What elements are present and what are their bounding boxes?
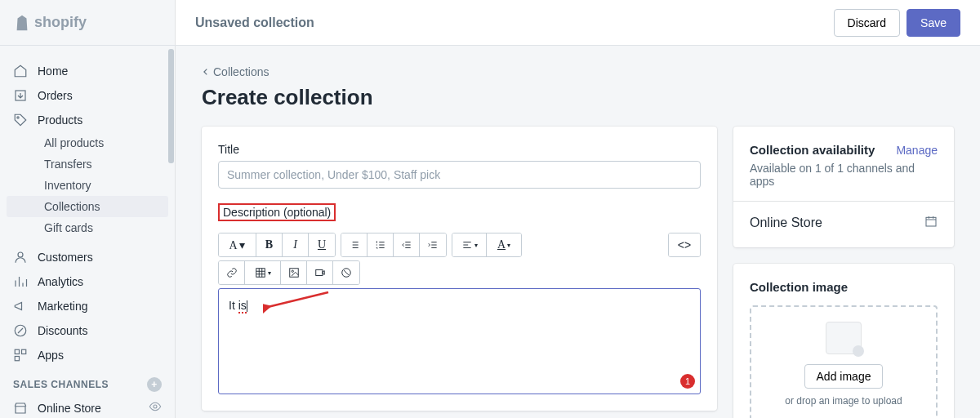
description-editor[interactable]: It is 1 — [218, 288, 701, 394]
nav-label: Products — [38, 113, 82, 127]
subnav-gift-cards[interactable]: Gift cards — [7, 217, 168, 238]
nav-orders[interactable]: Orders — [0, 83, 175, 108]
page-status-title: Unsaved collection — [195, 16, 314, 30]
svg-point-10 — [292, 270, 293, 272]
nav-label: Customers — [38, 251, 93, 264]
logo-area: shopify — [0, 0, 176, 45]
title-label: Title — [218, 143, 701, 156]
marketing-icon — [13, 299, 28, 314]
topbar-actions: Discard Save — [834, 9, 960, 37]
rte-toolbar: A ▾ B I U ▾ A ▾ — [218, 233, 701, 285]
indent-button[interactable] — [420, 233, 446, 256]
outdent-button[interactable] — [394, 233, 420, 256]
shopify-logo[interactable]: shopify — [13, 13, 87, 33]
add-image-button[interactable]: Add image — [804, 364, 884, 389]
content-row: Title Description (optional) A ▾ B I U — [202, 127, 954, 418]
image-card: Collection image Add image or drop an im… — [733, 264, 954, 418]
nav-analytics[interactable]: Analytics — [0, 269, 175, 294]
apps-icon — [13, 348, 28, 362]
editor-text-pre: It — [229, 299, 238, 312]
divider — [733, 201, 954, 202]
analytics-icon — [13, 274, 28, 289]
main-content: Collections Create collection Title Desc… — [176, 46, 980, 418]
topbar: shopify Unsaved collection Discard Save — [0, 0, 980, 46]
align-dropdown[interactable]: ▾ — [452, 233, 487, 256]
subnav-transfers[interactable]: Transfers — [7, 153, 168, 175]
add-channel-button[interactable]: + — [147, 377, 162, 392]
breadcrumb-label: Collections — [213, 65, 269, 78]
nav-home[interactable]: Home — [0, 59, 175, 83]
image-placeholder-icon — [826, 322, 862, 354]
sidebar: Home Orders Products All products Transf… — [0, 46, 176, 418]
image-button[interactable] — [281, 261, 307, 284]
orders-icon — [13, 88, 28, 103]
nav-label: Marketing — [38, 300, 87, 313]
topbar-main: Unsaved collection Discard Save — [176, 9, 980, 37]
bullet-list-button[interactable] — [341, 233, 368, 256]
italic-button[interactable]: I — [283, 233, 309, 256]
home-icon — [13, 64, 28, 78]
discounts-icon — [13, 323, 28, 338]
nav-marketing[interactable]: Marketing — [0, 294, 175, 318]
products-icon — [13, 113, 28, 127]
editor-text-spell: is — [238, 299, 247, 314]
title-input[interactable] — [218, 161, 701, 189]
bold-button[interactable]: B — [256, 233, 283, 256]
link-button[interactable] — [219, 261, 245, 284]
store-icon — [13, 401, 28, 416]
side-column: Collection availability Manage Available… — [733, 127, 954, 418]
breadcrumb-back[interactable]: Collections — [202, 65, 954, 78]
nav-apps[interactable]: Apps — [0, 343, 175, 367]
nav-label: Discounts — [38, 324, 87, 337]
underline-button[interactable]: U — [309, 233, 335, 256]
nav-online-store[interactable]: Online Store — [0, 395, 175, 418]
subnav-collections[interactable]: Collections — [7, 196, 168, 217]
channel-name: Online Store — [750, 216, 822, 230]
nav-label: Analytics — [38, 275, 83, 288]
channel-row: Online Store — [750, 215, 938, 231]
image-dropzone[interactable]: Add image or drop an image to upload — [750, 305, 938, 418]
availability-text: Available on 1 of 1 channels and apps — [750, 162, 938, 188]
text-cursor — [247, 300, 247, 312]
annotation-badge: 1 — [680, 374, 695, 389]
annotation-arrow — [263, 289, 336, 315]
color-dropdown[interactable]: A ▾ — [487, 233, 521, 256]
nav-label: Apps — [38, 349, 64, 362]
view-store-icon[interactable] — [149, 400, 162, 416]
video-button[interactable] — [307, 261, 333, 284]
table-dropdown[interactable]: ▾ — [245, 261, 281, 284]
description-label-wrap: Description (optional) — [218, 203, 701, 226]
layout: Home Orders Products All products Transf… — [0, 46, 980, 418]
svg-rect-4 — [15, 349, 19, 354]
drop-text: or drop an image to upload — [760, 395, 928, 407]
scrollbar-thumb[interactable] — [168, 49, 174, 163]
save-button[interactable]: Save — [906, 9, 960, 37]
discard-button[interactable]: Discard — [834, 9, 900, 37]
description-label: Description (optional) — [218, 203, 336, 221]
nav-label: Home — [38, 64, 68, 78]
manage-link[interactable]: Manage — [896, 144, 938, 157]
brand-text: shopify — [34, 14, 87, 31]
nav-customers[interactable]: Customers — [0, 245, 175, 269]
page-title: Create collection — [202, 85, 954, 110]
availability-card: Collection availability Manage Available… — [733, 127, 954, 247]
subnav-inventory[interactable]: Inventory — [7, 175, 168, 196]
nav-discounts[interactable]: Discounts — [0, 318, 175, 343]
nav-products[interactable]: Products — [0, 108, 175, 132]
availability-title: Collection availability — [750, 143, 875, 157]
svg-rect-9 — [289, 269, 298, 278]
calendar-icon[interactable] — [924, 215, 938, 231]
collection-form-card: Title Description (optional) A ▾ B I U — [202, 127, 717, 411]
subnav-all-products[interactable]: All products — [7, 132, 168, 153]
svg-rect-8 — [256, 269, 265, 278]
sales-channels-label: SALES CHANNELS — [13, 379, 109, 390]
html-button[interactable]: <> — [669, 233, 700, 256]
sales-channels-header: SALES CHANNELS + — [0, 367, 175, 395]
font-style-dropdown[interactable]: A ▾ — [219, 233, 256, 256]
number-list-button[interactable] — [368, 233, 394, 256]
nav-label: Orders — [38, 89, 73, 102]
svg-rect-14 — [926, 217, 936, 226]
clear-format-button[interactable] — [333, 261, 359, 284]
svg-rect-11 — [315, 270, 322, 276]
svg-point-2 — [18, 252, 23, 257]
